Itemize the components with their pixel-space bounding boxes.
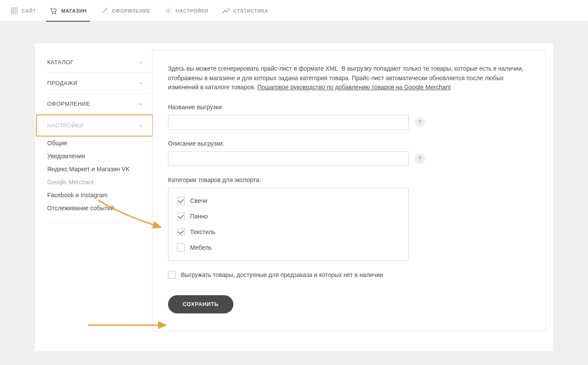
top-nav: САЙТ МАГАЗИН ОФОРМЛЕНИЕ НАСТРОЙКИ СТАТИС… [0,0,588,22]
sidebar-item-notifications[interactable]: Уведомления [47,150,152,163]
nav-label: ОФОРМЛЕНИЕ [112,8,150,13]
categories-label: Категории товаров для экспорта: [168,176,530,183]
preorder-label: Выгружать товары, доступные для предзака… [181,271,383,278]
checkbox-icon [177,197,185,205]
sidebar-item-general[interactable]: Общие [47,137,152,150]
gear-icon [165,7,172,15]
svg-rect-2 [11,11,13,13]
category-label: Мебель [190,244,212,251]
sidebar-subitems-settings: Общие Уведомления Яндекс.Маркет и Магази… [47,137,152,221]
category-row[interactable]: Текстиль [177,228,400,236]
help-icon[interactable]: ? [415,153,425,164]
checkbox-icon [177,244,185,251]
sidebar-section-catalog: КАТАЛОГ [47,52,152,73]
sidebar-section-sales: ПРОДАЖИ [47,73,152,94]
sidebar-header-settings[interactable]: НАСТРОЙКИ [47,115,152,136]
preorder-checkbox-row[interactable]: Выгружать товары, доступные для предзака… [168,271,530,279]
sidebar-header-design[interactable]: ОФОРМЛЕНИЕ [47,94,152,114]
wand-icon [100,7,108,15]
categories-box: Свечи Панно Текстиль Мебель [168,188,409,261]
checkbox-icon [177,212,185,220]
sidebar-section-label: ПРОДАЖИ [47,80,78,86]
sidebar-item-facebook-instagram[interactable]: Facebook и Instagram [47,189,152,202]
nav-label: САЙТ [22,8,36,13]
intro-text: Здесь вы можете сгенерировать прайс-лист… [168,64,530,92]
nav-design[interactable]: ОФОРМЛЕНИЕ [100,0,150,22]
sidebar-section-label: НАСТРОЙКИ [47,122,84,129]
sidebar-item-yandex-vk[interactable]: Яндекс.Маркет и Магазин VK [47,163,152,176]
nav-site[interactable]: САЙТ [10,0,36,22]
sidebar-header-sales[interactable]: ПРОДАЖИ [47,73,152,93]
sidebar-section-settings: НАСТРОЙКИ [36,114,153,137]
category-label: Панно [190,213,208,220]
sidebar-item-google-merchant[interactable]: Google Merchant [47,176,152,189]
nav-store[interactable]: МАГАЗИН [50,0,87,22]
svg-rect-0 [11,8,13,10]
category-label: Текстиль [190,228,216,235]
nav-label: МАГАЗИН [61,8,87,13]
svg-rect-3 [15,11,17,13]
nav-settings[interactable]: НАСТРОЙКИ [165,0,208,22]
sidebar-section-label: КАТАЛОГ [47,59,74,65]
checkbox-icon [177,228,185,236]
divider [47,222,152,223]
sidebar-section-design: ОФОРМЛЕНИЕ [47,94,152,114]
settings-panel: Здесь вы можете сгенерировать прайс-лист… [152,50,546,331]
field-export-desc: Описание выгрузки: ? [168,140,530,166]
export-name-input[interactable] [168,115,409,130]
grid-icon [10,7,18,15]
sidebar-item-event-tracking[interactable]: Отслеживание событий [47,202,152,215]
nav-stats[interactable]: СТАТИСТИКА [222,0,268,22]
chevron-down-icon [138,81,143,86]
nav-label: НАСТРОЙКИ [176,8,208,13]
checkbox-icon [168,271,176,279]
category-row[interactable]: Мебель [177,244,400,251]
cart-icon [50,7,58,15]
field-export-name: Название выгрузки: ? [168,104,530,130]
nav-label: СТАТИСТИКА [233,8,268,13]
category-row[interactable]: Свечи [177,197,400,205]
field-categories: Категории товаров для экспорта: Свечи Па… [168,176,530,261]
svg-point-6 [167,10,169,12]
sidebar: КАТАЛОГ ПРОДАЖИ ОФОРМЛЕНИЕ НАСТРОЙКИ Общ… [35,43,152,338]
svg-point-4 [52,13,53,13]
intro-link[interactable]: Пошаговое руководство по добавлению това… [257,84,451,91]
chevron-up-icon [138,123,143,128]
svg-point-5 [55,13,56,13]
category-label: Свечи [190,197,207,204]
export-name-label: Название выгрузки: [168,104,530,111]
sidebar-header-catalog[interactable]: КАТАЛОГ [47,52,152,72]
export-desc-label: Описание выгрузки: [168,140,530,147]
category-row[interactable]: Панно [177,212,400,220]
svg-rect-1 [15,8,17,10]
chevron-down-icon [138,60,143,65]
chart-icon [222,7,230,15]
main-content: Здесь вы можете сгенерировать прайс-лист… [152,43,553,338]
page: КАТАЛОГ ПРОДАЖИ ОФОРМЛЕНИЕ НАСТРОЙКИ Общ… [35,43,553,351]
save-button[interactable]: СОХРАНИТЬ [168,295,233,313]
help-icon[interactable]: ? [415,117,425,127]
sidebar-section-label: ОФОРМЛЕНИЕ [47,101,90,107]
chevron-down-icon [138,101,143,107]
export-desc-input[interactable] [168,151,409,166]
